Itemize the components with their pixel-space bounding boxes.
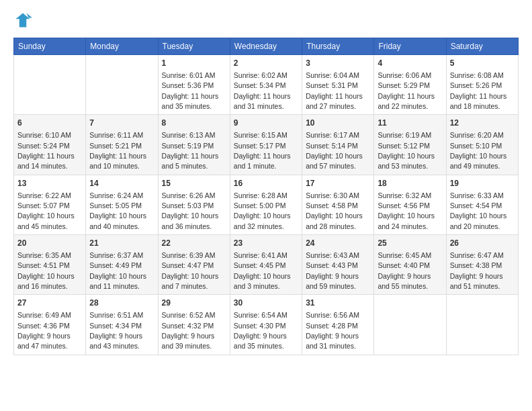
day-number: 31 bbox=[306, 298, 370, 309]
day-info: Sunrise: 6:15 AM Sunset: 5:17 PM Dayligh… bbox=[234, 131, 291, 170]
day-number: 12 bbox=[450, 118, 515, 129]
day-info: Sunrise: 6:02 AM Sunset: 5:34 PM Dayligh… bbox=[234, 71, 291, 110]
calendar-cell: 13Sunrise: 6:22 AM Sunset: 5:07 PM Dayli… bbox=[14, 175, 86, 234]
day-info: Sunrise: 6:10 AM Sunset: 5:24 PM Dayligh… bbox=[17, 131, 75, 170]
day-info: Sunrise: 6:56 AM Sunset: 4:28 PM Dayligh… bbox=[306, 311, 359, 350]
day-info: Sunrise: 6:49 AM Sunset: 4:36 PM Dayligh… bbox=[17, 311, 71, 350]
weekday-header-thursday: Thursday bbox=[302, 38, 374, 55]
calendar-cell bbox=[14, 55, 86, 115]
day-info: Sunrise: 6:28 AM Sunset: 5:00 PM Dayligh… bbox=[234, 191, 291, 230]
weekday-header-sunday: Sunday bbox=[14, 38, 86, 55]
day-number: 22 bbox=[162, 238, 226, 249]
calendar-cell bbox=[374, 295, 446, 355]
weekday-header-wednesday: Wednesday bbox=[230, 38, 302, 55]
calendar-cell: 31Sunrise: 6:56 AM Sunset: 4:28 PM Dayli… bbox=[302, 295, 374, 355]
day-number: 28 bbox=[89, 298, 154, 309]
day-number: 15 bbox=[162, 178, 226, 189]
day-info: Sunrise: 6:37 AM Sunset: 4:49 PM Dayligh… bbox=[89, 251, 146, 290]
day-info: Sunrise: 6:35 AM Sunset: 4:51 PM Dayligh… bbox=[17, 251, 75, 290]
day-info: Sunrise: 6:04 AM Sunset: 5:31 PM Dayligh… bbox=[306, 71, 363, 110]
day-info: Sunrise: 6:32 AM Sunset: 4:56 PM Dayligh… bbox=[378, 191, 435, 230]
day-info: Sunrise: 6:22 AM Sunset: 5:07 PM Dayligh… bbox=[17, 191, 75, 230]
calendar-cell: 17Sunrise: 6:30 AM Sunset: 4:58 PM Dayli… bbox=[302, 175, 374, 234]
page: SundayMondayTuesdayWednesdayThursdayFrid… bbox=[0, 0, 532, 411]
week-row-2: 6Sunrise: 6:10 AM Sunset: 5:24 PM Daylig… bbox=[14, 115, 519, 175]
header bbox=[13, 11, 519, 30]
calendar-cell: 5Sunrise: 6:08 AM Sunset: 5:26 PM Daylig… bbox=[446, 55, 518, 115]
calendar-cell: 3Sunrise: 6:04 AM Sunset: 5:31 PM Daylig… bbox=[302, 55, 374, 115]
day-number: 30 bbox=[234, 298, 298, 309]
calendar-cell: 27Sunrise: 6:49 AM Sunset: 4:36 PM Dayli… bbox=[14, 295, 86, 355]
calendar-cell: 30Sunrise: 6:54 AM Sunset: 4:30 PM Dayli… bbox=[230, 295, 302, 355]
day-number: 3 bbox=[306, 58, 370, 69]
calendar-cell: 8Sunrise: 6:13 AM Sunset: 5:19 PM Daylig… bbox=[158, 115, 230, 175]
calendar-cell: 15Sunrise: 6:26 AM Sunset: 5:03 PM Dayli… bbox=[158, 175, 230, 234]
day-number: 13 bbox=[17, 178, 82, 189]
day-info: Sunrise: 6:19 AM Sunset: 5:12 PM Dayligh… bbox=[378, 131, 435, 170]
day-info: Sunrise: 6:39 AM Sunset: 4:47 PM Dayligh… bbox=[162, 251, 219, 290]
day-number: 4 bbox=[378, 58, 442, 69]
day-info: Sunrise: 6:51 AM Sunset: 4:34 PM Dayligh… bbox=[89, 311, 143, 350]
day-number: 17 bbox=[306, 178, 370, 189]
week-row-3: 13Sunrise: 6:22 AM Sunset: 5:07 PM Dayli… bbox=[14, 175, 519, 234]
calendar-cell: 29Sunrise: 6:52 AM Sunset: 4:32 PM Dayli… bbox=[158, 295, 230, 355]
day-info: Sunrise: 6:06 AM Sunset: 5:29 PM Dayligh… bbox=[378, 71, 435, 110]
calendar-cell: 7Sunrise: 6:11 AM Sunset: 5:21 PM Daylig… bbox=[86, 115, 158, 175]
calendar-cell: 1Sunrise: 6:01 AM Sunset: 5:36 PM Daylig… bbox=[158, 55, 230, 115]
day-number: 2 bbox=[234, 58, 298, 69]
calendar-cell bbox=[86, 55, 158, 115]
day-number: 16 bbox=[234, 178, 298, 189]
calendar-table: SundayMondayTuesdayWednesdayThursdayFrid… bbox=[13, 38, 519, 355]
day-info: Sunrise: 6:30 AM Sunset: 4:58 PM Dayligh… bbox=[306, 191, 363, 230]
calendar-cell: 4Sunrise: 6:06 AM Sunset: 5:29 PM Daylig… bbox=[374, 55, 446, 115]
day-number: 29 bbox=[162, 298, 226, 309]
calendar-cell: 11Sunrise: 6:19 AM Sunset: 5:12 PM Dayli… bbox=[374, 115, 446, 175]
day-number: 26 bbox=[450, 238, 515, 249]
day-number: 1 bbox=[162, 58, 226, 69]
day-number: 5 bbox=[450, 58, 515, 69]
day-info: Sunrise: 6:43 AM Sunset: 4:43 PM Dayligh… bbox=[306, 251, 359, 290]
day-info: Sunrise: 6:08 AM Sunset: 5:26 PM Dayligh… bbox=[450, 71, 507, 110]
day-number: 9 bbox=[234, 118, 298, 129]
calendar-cell: 10Sunrise: 6:17 AM Sunset: 5:14 PM Dayli… bbox=[302, 115, 374, 175]
day-info: Sunrise: 6:33 AM Sunset: 4:54 PM Dayligh… bbox=[450, 191, 507, 230]
calendar-cell: 20Sunrise: 6:35 AM Sunset: 4:51 PM Dayli… bbox=[14, 235, 86, 295]
day-info: Sunrise: 6:26 AM Sunset: 5:03 PM Dayligh… bbox=[162, 191, 219, 230]
weekday-header-tuesday: Tuesday bbox=[158, 38, 230, 55]
calendar-cell: 16Sunrise: 6:28 AM Sunset: 5:00 PM Dayli… bbox=[230, 175, 302, 234]
weekday-header-friday: Friday bbox=[374, 38, 446, 55]
week-row-1: 1Sunrise: 6:01 AM Sunset: 5:36 PM Daylig… bbox=[14, 55, 519, 115]
week-row-5: 27Sunrise: 6:49 AM Sunset: 4:36 PM Dayli… bbox=[14, 295, 519, 355]
calendar-cell: 26Sunrise: 6:47 AM Sunset: 4:38 PM Dayli… bbox=[446, 235, 518, 295]
calendar-cell: 22Sunrise: 6:39 AM Sunset: 4:47 PM Dayli… bbox=[158, 235, 230, 295]
calendar-cell: 12Sunrise: 6:20 AM Sunset: 5:10 PM Dayli… bbox=[446, 115, 518, 175]
day-info: Sunrise: 6:17 AM Sunset: 5:14 PM Dayligh… bbox=[306, 131, 363, 170]
day-info: Sunrise: 6:54 AM Sunset: 4:30 PM Dayligh… bbox=[234, 311, 287, 350]
calendar-cell: 6Sunrise: 6:10 AM Sunset: 5:24 PM Daylig… bbox=[14, 115, 86, 175]
calendar-cell: 24Sunrise: 6:43 AM Sunset: 4:43 PM Dayli… bbox=[302, 235, 374, 295]
day-number: 7 bbox=[89, 118, 154, 129]
logo bbox=[13, 11, 35, 30]
day-number: 19 bbox=[450, 178, 515, 189]
day-info: Sunrise: 6:20 AM Sunset: 5:10 PM Dayligh… bbox=[450, 131, 507, 170]
day-info: Sunrise: 6:01 AM Sunset: 5:36 PM Dayligh… bbox=[162, 71, 219, 110]
day-number: 11 bbox=[378, 118, 442, 129]
day-number: 10 bbox=[306, 118, 370, 129]
day-info: Sunrise: 6:45 AM Sunset: 4:40 PM Dayligh… bbox=[378, 251, 431, 290]
weekday-header-monday: Monday bbox=[86, 38, 158, 55]
day-info: Sunrise: 6:13 AM Sunset: 5:19 PM Dayligh… bbox=[162, 131, 219, 170]
day-info: Sunrise: 6:11 AM Sunset: 5:21 PM Dayligh… bbox=[89, 131, 146, 170]
calendar-cell: 28Sunrise: 6:51 AM Sunset: 4:34 PM Dayli… bbox=[86, 295, 158, 355]
day-number: 8 bbox=[162, 118, 226, 129]
calendar-cell bbox=[446, 295, 518, 355]
calendar-cell: 9Sunrise: 6:15 AM Sunset: 5:17 PM Daylig… bbox=[230, 115, 302, 175]
day-number: 24 bbox=[306, 238, 370, 249]
day-number: 25 bbox=[378, 238, 442, 249]
weekday-header-saturday: Saturday bbox=[446, 38, 518, 55]
calendar-cell: 14Sunrise: 6:24 AM Sunset: 5:05 PM Dayli… bbox=[86, 175, 158, 234]
day-number: 27 bbox=[17, 298, 82, 309]
day-info: Sunrise: 6:41 AM Sunset: 4:45 PM Dayligh… bbox=[234, 251, 291, 290]
calendar-cell: 2Sunrise: 6:02 AM Sunset: 5:34 PM Daylig… bbox=[230, 55, 302, 115]
day-number: 18 bbox=[378, 178, 442, 189]
weekday-header-row: SundayMondayTuesdayWednesdayThursdayFrid… bbox=[14, 38, 519, 55]
